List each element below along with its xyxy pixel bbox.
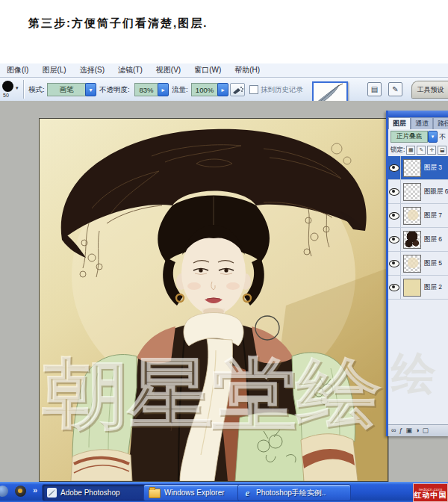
menu-bar: 图像(I) 图层(L) 选择(S) 滤镜(T) 视图(V) 窗口(W) 帮助(H… — [0, 63, 448, 78]
layers-panel-titlebar[interactable] — [388, 111, 448, 117]
portrait-painting: 朝星堂绘 朝星堂绘 — [40, 119, 388, 481]
link-layers-icon[interactable]: ∞ — [391, 427, 396, 434]
eye-icon — [389, 188, 399, 196]
layers-panel-bottom-bar: ∞ ƒ ▣ ◑ ▢ — [388, 424, 448, 436]
layer-name: 图层 7 — [424, 211, 442, 220]
layer-thumbnail[interactable] — [403, 279, 421, 297]
airbrush-toggle-button[interactable] — [230, 83, 245, 96]
taskbar-button-label: Photoshop手绘实例.. — [256, 488, 326, 498]
workspace: 朝星堂绘 朝星堂绘 图层 通道 路径 正片叠底 ▾ 不 锁定: ▦ ✎ — [0, 101, 448, 482]
canvas-watermark: 朝星堂绘 朝星堂绘 — [42, 351, 382, 436]
menu-item-layer[interactable]: 图层(L) — [35, 65, 72, 75]
opacity-arrow-icon[interactable]: ▸ — [158, 83, 169, 96]
lock-all-icon[interactable]: ⬓ — [438, 146, 447, 155]
layer-name: 图眼层 6 — [424, 188, 448, 196]
layer-name: 图层 3 — [424, 164, 442, 173]
layer-thumbnail[interactable] — [403, 159, 421, 177]
layer-row[interactable]: 图眼层 6 — [388, 180, 448, 204]
taskbar-button-photoshop[interactable]: Adobe Photoshop — [42, 484, 148, 501]
layer-mask-icon[interactable]: ▣ — [405, 427, 412, 434]
folder-icon — [149, 489, 161, 498]
eye-icon — [389, 260, 399, 267]
layer-name: 图层 6 — [424, 235, 442, 244]
layer-row[interactable]: 图层 7 — [388, 204, 448, 228]
erase-to-history-label: 抹到历史记录 — [261, 85, 303, 95]
taskbar-button-label: Windows Explorer — [164, 489, 225, 497]
tab-layers[interactable]: 图层 — [388, 117, 411, 129]
visibility-cell[interactable] — [388, 180, 401, 203]
eye-icon — [389, 236, 399, 244]
flow-arrow-icon[interactable]: ▸ — [217, 83, 228, 96]
layers-panel-tabs: 图层 通道 路径 — [388, 117, 448, 129]
taskbar-button-tutorial[interactable]: e Photoshop手绘实例.. — [237, 484, 351, 501]
visibility-cell[interactable] — [388, 228, 401, 251]
layer-name: 图层 2 — [424, 283, 442, 292]
new-layer-icon[interactable]: ▢ — [422, 427, 429, 434]
mode-label: 模式: — [28, 85, 45, 95]
lock-transparency-icon[interactable]: ▦ — [406, 146, 415, 155]
flow-label: 流量: — [172, 85, 188, 95]
layer-row[interactable]: 图层 3 — [388, 156, 448, 180]
quick-launch-icon-1[interactable] — [0, 486, 8, 497]
layers-panel: 图层 通道 路径 正片叠底 ▾ 不 锁定: ▦ ✎ ✛ ⬓ 图层 3 — [386, 111, 448, 436]
taskbar-button-label: Adobe Photoshop — [60, 489, 120, 497]
brush-dropdown-caret-icon[interactable]: ▾ — [16, 85, 19, 91]
face — [181, 225, 246, 314]
brush-preview-icon[interactable] — [2, 81, 13, 92]
opacity-field[interactable]: 83% — [134, 83, 158, 96]
screenshot-root: 第三步:方便筒子们看清楚,图层. 图像(I) 图层(L) 选择(S) 滤镜(T)… — [0, 0, 448, 502]
visibility-cell[interactable] — [388, 252, 401, 275]
visibility-cell[interactable] — [388, 156, 401, 179]
blend-mode-row: 正片叠底 ▾ 不 — [388, 129, 448, 144]
layer-thumbnail[interactable] — [403, 255, 421, 273]
menu-item-select[interactable]: 选择(S) — [73, 65, 111, 75]
tool-options-bar: 50 ▾ 模式: 画笔 ▾ 不透明度: 83% ▸ 流量: 100% ▸ 抹到历… — [0, 78, 448, 102]
visibility-cell[interactable] — [388, 204, 401, 227]
layer-row[interactable]: 图层 5 — [388, 252, 448, 276]
layer-row[interactable]: 图层 2 — [388, 276, 448, 300]
internet-explorer-icon: e — [243, 488, 252, 498]
erase-to-history-checkbox[interactable] — [249, 85, 258, 94]
redocn-watermark: redocn.com 红动中国 — [413, 483, 448, 502]
redocn-name: 红动中国 — [414, 492, 447, 499]
quick-launch-icon-2[interactable] — [15, 486, 26, 497]
layer-thumbnail[interactable] — [403, 231, 421, 249]
step-title: 第三步:方便筒子们看清楚,图层. — [28, 16, 208, 31]
layer-list: 图层 3 图眼层 6 图层 7 图层 6 — [388, 156, 448, 300]
file-browser-icon[interactable]: ✎ — [388, 82, 402, 96]
menu-item-image[interactable]: 图像(I) — [0, 65, 35, 75]
menu-item-window[interactable]: 窗口(W) — [187, 65, 228, 75]
blend-mode-select[interactable]: 正片叠底 — [391, 131, 428, 143]
layer-thumbnail[interactable] — [403, 207, 421, 225]
menu-item-view[interactable]: 视图(V) — [149, 65, 187, 75]
layer-thumbnail[interactable] — [403, 183, 421, 201]
flow-field[interactable]: 100% — [191, 83, 218, 96]
layer-style-icon[interactable]: ƒ — [399, 427, 402, 434]
tab-channels[interactable]: 通道 — [411, 117, 433, 129]
mode-select[interactable]: 画笔 — [47, 83, 86, 96]
lock-paint-icon[interactable]: ✎ — [417, 146, 426, 155]
mode-dropdown-arrow-icon[interactable]: ▾ — [85, 83, 96, 96]
menu-item-help[interactable]: 帮助(H) — [228, 65, 267, 75]
tab-paths[interactable]: 路径 — [433, 117, 448, 129]
lock-label: 锁定: — [391, 146, 405, 155]
quick-launch-more-chevron[interactable]: » — [33, 486, 37, 495]
taskbar: » Adobe Photoshop Windows Explorer e Pho… — [0, 482, 448, 502]
tool-presets-tab[interactable]: 工具预设 — [411, 81, 448, 99]
eye-icon — [389, 284, 399, 291]
menu-item-filter[interactable]: 滤镜(T) — [111, 65, 149, 75]
tutorial-title-area: 第三步:方便筒子们看清楚,图层. — [0, 0, 448, 63]
brushes-palette-icon[interactable]: ▤ — [367, 82, 382, 96]
panel-opacity-label-cut: 不 — [439, 132, 446, 142]
layer-list-empty-area: 绘 — [388, 300, 448, 424]
layer-name: 图层 5 — [424, 259, 442, 268]
photoshop-feather-icon — [47, 488, 57, 498]
visibility-cell[interactable] — [388, 276, 401, 299]
adjustment-layer-icon[interactable]: ◑ — [415, 427, 419, 434]
lock-position-icon[interactable]: ✛ — [427, 146, 436, 155]
blend-mode-arrow-icon[interactable]: ▾ — [428, 131, 438, 143]
document-canvas[interactable]: 朝星堂绘 朝星堂绘 — [39, 118, 388, 482]
taskbar-button-explorer[interactable]: Windows Explorer — [143, 484, 242, 501]
eye-icon — [389, 164, 399, 172]
layer-row[interactable]: 图层 6 — [388, 228, 448, 252]
